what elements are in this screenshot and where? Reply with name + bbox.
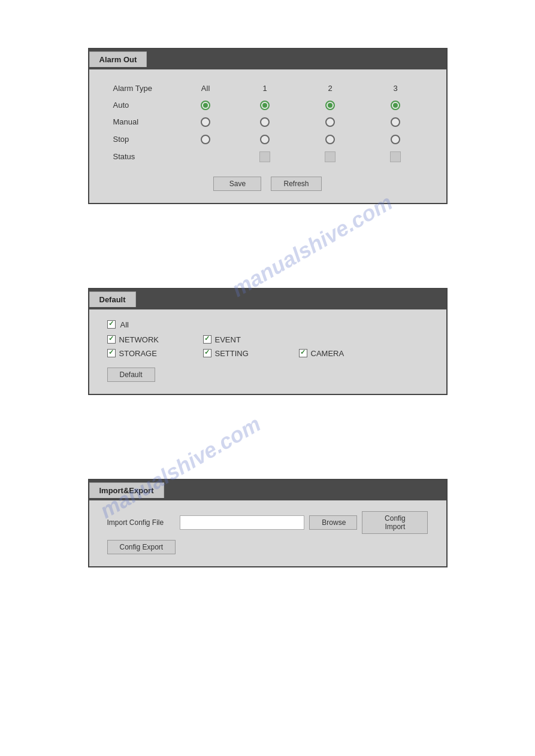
spacer-1	[12, 228, 523, 288]
check-all-label: All	[120, 320, 129, 329]
import-export-header-bar: Import&Export	[89, 480, 446, 500]
radio-all-stop[interactable]	[201, 135, 210, 144]
radio-3-stop[interactable]	[391, 135, 400, 144]
alarm-type-label: Alarm Type	[107, 80, 179, 96]
export-row: Config Export	[107, 540, 428, 554]
check-camera[interactable]	[299, 349, 307, 357]
stop-radio-2[interactable]	[298, 130, 363, 148]
check-network-item: NETWORK	[107, 335, 203, 344]
import-config-input[interactable]	[180, 515, 304, 530]
refresh-button[interactable]: Refresh	[271, 177, 321, 191]
radio-3-auto[interactable]	[391, 101, 400, 110]
stop-radio-all[interactable]	[179, 130, 232, 148]
check-empty-1	[299, 335, 395, 344]
auto-label: Auto	[107, 96, 179, 114]
manual-row: Manual	[107, 114, 428, 131]
status-sq-1	[259, 151, 270, 162]
save-button[interactable]: Save	[213, 177, 261, 191]
import-config-label: Import Config File	[107, 518, 176, 527]
col-3: 3	[363, 80, 428, 96]
check-event[interactable]	[203, 335, 211, 344]
check-network[interactable]	[107, 335, 116, 344]
check-setting-label: SETTING	[215, 349, 249, 358]
alarm-out-body: Alarm Type All 1 2 3 Auto	[89, 69, 446, 203]
radio-all-auto[interactable]	[201, 101, 210, 110]
import-export-title: Import&Export	[99, 486, 154, 495]
radio-2-stop[interactable]	[325, 135, 335, 144]
auto-row: Auto	[107, 96, 428, 114]
default-body: All NETWORK EVENT STORAGE	[89, 309, 446, 394]
radio-2-auto[interactable]	[325, 101, 335, 110]
browse-button[interactable]: Browse	[309, 515, 357, 530]
import-export-body: Import Config File Browse Config Import …	[89, 500, 446, 566]
import-export-tab: Import&Export	[89, 482, 164, 498]
check-event-item: EVENT	[203, 335, 299, 344]
default-panel: Default All NETWORK EVENT	[88, 288, 448, 395]
manual-radio-3[interactable]	[363, 114, 428, 131]
manual-label: Manual	[107, 114, 179, 131]
stop-radio-3[interactable]	[363, 130, 428, 148]
status-square-2	[298, 148, 363, 166]
alarm-out-tab: Alarm Out	[89, 51, 147, 67]
import-export-panel: Import&Export Import Config File Browse …	[88, 479, 448, 567]
col-1: 1	[232, 80, 298, 96]
radio-1-auto[interactable]	[260, 101, 270, 110]
auto-radio-2[interactable]	[298, 96, 363, 114]
default-header-bar: Default	[89, 289, 446, 309]
radio-all-manual[interactable]	[201, 117, 210, 127]
default-button[interactable]: Default	[107, 368, 155, 382]
check-storage-label: STORAGE	[119, 349, 157, 358]
stop-radio-1[interactable]	[232, 130, 298, 148]
manual-radio-2[interactable]	[298, 114, 363, 131]
spacer-2	[12, 419, 523, 479]
import-row: Import Config File Browse Config Import	[107, 511, 428, 534]
check-setting-item: SETTING	[203, 349, 299, 358]
check-all[interactable]	[107, 320, 116, 329]
alarm-out-panel: Alarm Out Alarm Type All 1 2 3 Auto	[88, 48, 448, 204]
config-export-button[interactable]: Config Export	[107, 540, 176, 554]
status-square-3	[363, 148, 428, 166]
alarm-table: Alarm Type All 1 2 3 Auto	[107, 80, 428, 166]
stop-label: Stop	[107, 130, 179, 148]
auto-radio-all[interactable]	[179, 96, 232, 114]
alarm-out-title: Alarm Out	[99, 55, 137, 64]
default-tab: Default	[89, 292, 136, 307]
radio-1-manual[interactable]	[260, 117, 270, 127]
status-sq-3	[390, 151, 401, 162]
check-storage[interactable]	[107, 349, 116, 357]
all-checkbox-row: All	[107, 320, 428, 329]
check-camera-label: CAMERA	[311, 349, 344, 358]
alarm-out-header-bar: Alarm Out	[89, 49, 446, 69]
alarm-btn-row: Save Refresh	[107, 177, 428, 191]
status-label: Status	[107, 148, 179, 166]
radio-3-manual[interactable]	[391, 117, 400, 127]
col-all: All	[179, 80, 232, 96]
check-setting[interactable]	[203, 349, 211, 357]
check-camera-item: CAMERA	[299, 349, 395, 358]
status-square-1	[232, 148, 298, 166]
status-row: Status	[107, 148, 428, 166]
check-storage-item: STORAGE	[107, 349, 203, 358]
default-title: Default	[99, 295, 126, 304]
manual-radio-1[interactable]	[232, 114, 298, 131]
auto-radio-3[interactable]	[363, 96, 428, 114]
alarm-header-row: Alarm Type All 1 2 3	[107, 80, 428, 96]
config-import-button[interactable]: Config Import	[362, 511, 428, 534]
check-network-label: NETWORK	[119, 335, 159, 344]
checkbox-group: NETWORK EVENT STORAGE SETTING	[107, 335, 428, 358]
status-sq-2	[325, 151, 335, 162]
radio-2-manual[interactable]	[325, 117, 335, 127]
auto-radio-1[interactable]	[232, 96, 298, 114]
stop-row: Stop	[107, 130, 428, 148]
radio-1-stop[interactable]	[260, 135, 270, 144]
col-2: 2	[298, 80, 363, 96]
manual-radio-all[interactable]	[179, 114, 232, 131]
status-placeholder	[179, 148, 232, 166]
check-event-label: EVENT	[215, 335, 241, 344]
